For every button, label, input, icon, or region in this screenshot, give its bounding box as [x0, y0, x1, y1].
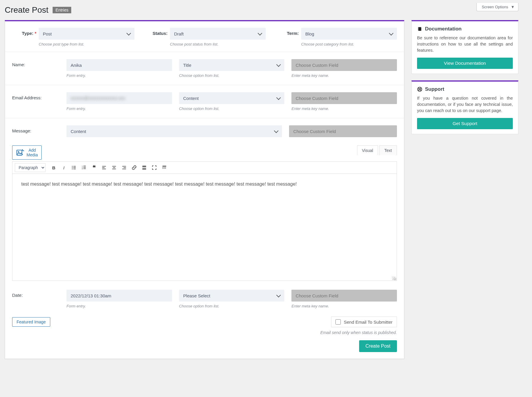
send-email-checkbox-wrap[interactable]: Send Email To Submitter: [331, 317, 397, 327]
svg-rect-16: [102, 169, 106, 169]
date-helper-1: Form entry.: [66, 304, 172, 308]
svg-point-6: [72, 168, 73, 169]
svg-rect-15: [102, 167, 105, 168]
date-label: Date:: [12, 290, 59, 298]
svg-rect-32: [165, 168, 166, 169]
svg-rect-31: [164, 168, 165, 169]
status-helper: Choose post status from list.: [170, 42, 266, 46]
svg-rect-24: [142, 167, 146, 168]
term-helper: Choose post category from list.: [301, 42, 397, 46]
svg-rect-9: [83, 166, 86, 166]
add-media-button[interactable]: Add Media: [12, 145, 42, 160]
svg-rect-23: [142, 166, 146, 167]
svg-rect-33: [418, 27, 419, 31]
align-center-button[interactable]: [109, 163, 119, 172]
email-option-select[interactable]: Content: [179, 92, 285, 104]
status-label: Status:: [143, 28, 170, 36]
svg-rect-25: [142, 168, 146, 170]
message-custom-field[interactable]: [289, 125, 397, 137]
lifebuoy-icon: [417, 87, 422, 92]
svg-rect-3: [73, 166, 76, 167]
svg-rect-22: [122, 169, 126, 169]
svg-point-35: [419, 88, 420, 90]
documentation-text: Be sure to reference our documentation a…: [417, 35, 513, 54]
date-helper-2: Choose option from list.: [179, 304, 285, 308]
toolbar-toggle-button[interactable]: [160, 163, 169, 172]
email-input[interactable]: xxxxxx@xxxxxxxxxxxxx.xxx: [66, 92, 172, 104]
caret-down-icon: ▼: [511, 5, 515, 9]
numbered-list-button[interactable]: 123: [79, 163, 89, 172]
email-label: Email Address:: [12, 92, 59, 100]
svg-rect-17: [112, 166, 116, 167]
message-option-select[interactable]: Content: [66, 125, 282, 137]
svg-rect-7: [73, 169, 76, 169]
italic-button[interactable]: I: [59, 163, 69, 172]
email-custom-field[interactable]: [291, 92, 397, 104]
tab-visual[interactable]: Visual: [357, 145, 378, 155]
link-button[interactable]: [129, 163, 139, 172]
required-asterisk: *: [35, 31, 36, 36]
editor-textarea[interactable]: test message! test message! test message…: [12, 174, 397, 281]
svg-rect-19: [112, 169, 116, 169]
book-icon: [417, 26, 422, 32]
svg-rect-27: [163, 167, 163, 168]
align-left-button[interactable]: [99, 163, 109, 172]
svg-rect-29: [165, 167, 166, 168]
svg-point-2: [72, 166, 73, 167]
svg-rect-5: [73, 167, 76, 168]
send-email-note: Email send only when status is published…: [12, 330, 397, 335]
editor-toolbar: Paragraph B I 123 ❝: [12, 161, 397, 174]
svg-rect-11: [83, 167, 86, 168]
support-text: If you have a question not covered in th…: [417, 95, 513, 114]
term-select[interactable]: Blog: [301, 28, 397, 40]
name-input[interactable]: [66, 59, 172, 71]
date-custom-field[interactable]: [291, 290, 397, 302]
bold-button[interactable]: B: [49, 163, 59, 172]
svg-rect-20: [122, 166, 126, 167]
name-helper-3: Enter meta key name.: [291, 73, 397, 78]
svg-text:3: 3: [82, 168, 83, 170]
svg-rect-14: [102, 166, 106, 167]
get-support-button[interactable]: Get Support: [417, 118, 513, 129]
svg-rect-21: [124, 167, 126, 168]
svg-rect-30: [163, 168, 163, 169]
quote-button[interactable]: ❝: [89, 163, 99, 172]
view-documentation-button[interactable]: View Documentation: [417, 58, 513, 69]
support-panel: Support If you have a question not cover…: [411, 80, 518, 134]
date-option-select[interactable]: Please Select: [179, 290, 285, 302]
date-helper-3: Enter meta key name.: [291, 304, 397, 308]
featured-image-button[interactable]: Featured Image: [12, 317, 50, 327]
align-right-button[interactable]: [119, 163, 129, 172]
documentation-panel: Documentation Be sure to reference our d…: [411, 20, 518, 74]
bullet-list-button[interactable]: [69, 163, 79, 172]
email-helper-3: Enter meta key name.: [291, 106, 397, 111]
read-more-button[interactable]: [140, 163, 149, 172]
status-select[interactable]: Draft: [170, 28, 266, 40]
svg-rect-26: [163, 166, 166, 167]
type-select[interactable]: Post: [39, 28, 134, 40]
name-label: Name:: [12, 59, 59, 67]
name-option-select[interactable]: Title: [179, 59, 285, 71]
email-helper-2: Choose option from list.: [179, 106, 285, 111]
tab-text[interactable]: Text: [379, 145, 397, 155]
format-select[interactable]: Paragraph: [15, 163, 46, 172]
term-label: Term:: [275, 28, 301, 36]
svg-rect-28: [164, 167, 165, 168]
fullscreen-button[interactable]: [150, 163, 159, 172]
media-icon: [16, 148, 25, 157]
svg-point-4: [72, 167, 73, 168]
screen-options-label: Screen Options: [482, 5, 508, 9]
send-email-label: Send Email To Submitter: [344, 320, 392, 325]
svg-rect-13: [83, 168, 86, 169]
entries-button[interactable]: Entries: [53, 7, 72, 13]
name-helper-1: Form entry.: [66, 73, 172, 78]
page-title: Create Post: [5, 5, 48, 15]
create-post-button[interactable]: Create Post: [359, 340, 397, 352]
date-input[interactable]: [66, 290, 172, 302]
type-label: Type: *: [12, 28, 39, 36]
screen-options-button[interactable]: Screen Options ▼: [476, 3, 518, 11]
send-email-checkbox[interactable]: [335, 319, 341, 325]
name-helper-2: Choose option from list.: [179, 73, 285, 78]
email-helper-1: Form entry.: [66, 106, 172, 111]
name-custom-field[interactable]: [291, 59, 397, 71]
